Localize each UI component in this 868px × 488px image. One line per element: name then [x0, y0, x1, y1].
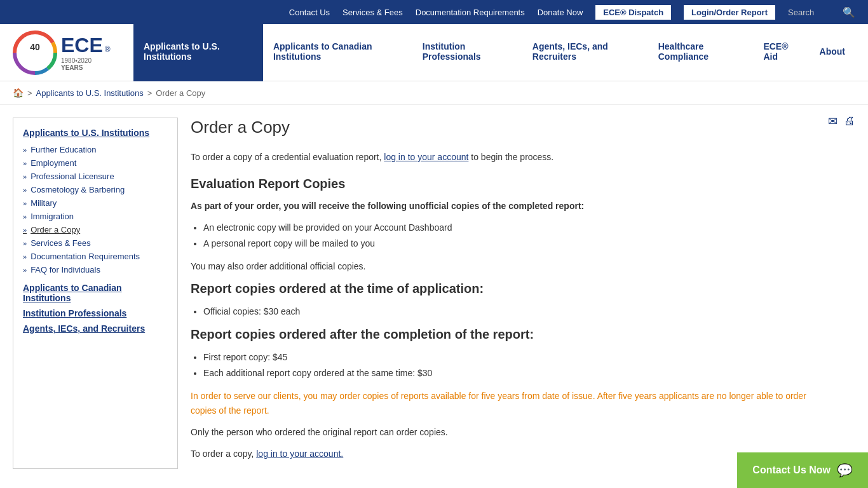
orange-paragraph: In order to serve our clients, you may o…	[191, 389, 817, 417]
chat-icon: 💬	[837, 463, 853, 478]
home-icon[interactable]: 🏠	[13, 88, 24, 98]
list-after-completion: First report copy: $45 Each additional r…	[203, 349, 817, 381]
svg-text:40: 40	[30, 41, 40, 51]
sidebar-item-faq[interactable]: » FAQ for Individuals	[23, 263, 168, 276]
search-icon[interactable]: 🔍	[843, 6, 855, 18]
bold-paragraph: As part of your order, you will receive …	[191, 199, 817, 213]
contact-now-button[interactable]: Contact Us Now 💬	[737, 452, 868, 482]
search-area: 🔍	[788, 6, 855, 18]
nav-agents[interactable]: Agents, IECs, and Recruiters	[522, 24, 648, 81]
breadcrumb-separator1: >	[27, 88, 32, 98]
sidebar-section-us-institutions[interactable]: Applicants to U.S. Institutions	[23, 128, 168, 138]
logo-years: 1980•2020	[61, 57, 111, 64]
list-item: First report copy: $45	[203, 349, 817, 365]
sidebar-item-services-fees[interactable]: » Services & Fees	[23, 236, 168, 250]
sidebar-item-employment[interactable]: » Employment	[23, 156, 168, 170]
ece-logo-text: ECE	[61, 34, 103, 57]
ece-dispatch-button[interactable]: ECE® Dispatch	[595, 5, 671, 20]
list-item: A personal report copy will be mailed to…	[203, 236, 817, 252]
only-person-paragraph: Only the person who ordered the original…	[191, 425, 817, 439]
chevron-icon: »	[23, 159, 27, 167]
nav-healthcare[interactable]: Healthcare Compliance	[648, 24, 754, 81]
nav-institution-professionals[interactable]: Institution Professionals	[412, 24, 522, 81]
chevron-icon: »	[23, 200, 27, 207]
main-nav: Applicants to U.S. Institutions Applican…	[133, 24, 855, 81]
sidebar-item-professional-licensure[interactable]: » Professional Licensure	[23, 170, 168, 183]
search-input[interactable]	[788, 8, 839, 17]
breadcrumb-separator2: >	[147, 88, 153, 98]
nav-applicants-canadian[interactable]: Applicants to Canadian Institutions	[263, 24, 412, 81]
topbar-services-link[interactable]: Services & Fees	[342, 8, 403, 17]
registered-mark: ®	[105, 45, 111, 54]
breadcrumb-us-institutions[interactable]: Applicants to U.S. Institutions	[36, 88, 144, 98]
section2-heading: Report copies ordered at the time of app…	[191, 281, 817, 296]
main-content: Order a Copy To order a copy of a creden…	[191, 118, 855, 469]
to-order-paragraph: To order a copy, log in to your account.	[191, 447, 817, 461]
sidebar-item-order-copy[interactable]: » Order a Copy	[23, 223, 168, 236]
sidebar-item-immigration[interactable]: » Immigration	[23, 210, 168, 223]
chevron-icon: »	[23, 266, 27, 274]
email-icon[interactable]: ✉	[828, 114, 837, 128]
list-item: Each additional report copy ordered at t…	[203, 365, 817, 381]
logo-years-label: YEARS	[61, 64, 111, 71]
topbar-donate-link[interactable]: Donate Now	[538, 8, 583, 17]
topbar-documentation-link[interactable]: Documentation Requirements	[416, 8, 525, 17]
sidebar-item-documentation[interactable]: » Documentation Requirements	[23, 250, 168, 263]
chevron-icon: »	[23, 253, 27, 261]
sidebar-item-further-education[interactable]: » Further Education	[23, 143, 168, 156]
logo: 40 ECE ® 1980•2020 YEARS	[13, 30, 111, 75]
topbar-contact-link[interactable]: Contact Us	[289, 8, 330, 17]
nav-applicants-us[interactable]: Applicants to U.S. Institutions	[133, 24, 263, 81]
list-copies: An electronic copy will be provided on y…	[203, 220, 817, 252]
breadcrumb-current: Order a Copy	[156, 88, 205, 98]
print-icon[interactable]: 🖨	[844, 114, 855, 128]
list-item: An electronic copy will be provided on y…	[203, 220, 817, 236]
sidebar-section-agents[interactable]: Agents, IECs, and Recruiters	[23, 323, 168, 334]
page-container: ✉ 🖨 Applicants to U.S. Institutions » Fu…	[0, 105, 868, 482]
chevron-icon: »	[23, 213, 27, 220]
sidebar: Applicants to U.S. Institutions » Furthe…	[13, 118, 178, 469]
official-note: You may also order additional official c…	[191, 259, 817, 273]
intro-paragraph: To order a copy of a credential evaluati…	[191, 150, 817, 164]
section3-heading: Report copies ordered after the completi…	[191, 327, 817, 342]
list-time-of-application: Official copies: $30 each	[203, 304, 817, 320]
sidebar-section-institution[interactable]: Institution Professionals	[23, 308, 168, 318]
nav-about[interactable]: About	[810, 24, 855, 81]
chevron-icon: »	[23, 186, 27, 194]
top-bar: Contact Us Services & Fees Documentation…	[0, 0, 868, 24]
chevron-icon: »	[23, 226, 27, 234]
page-title: Order a Copy	[191, 118, 817, 137]
logo-circle-icon: 40	[13, 30, 57, 75]
login-link[interactable]: log in to your account	[384, 152, 468, 162]
sidebar-section-canadian[interactable]: Applicants to Canadian Institutions	[23, 283, 168, 303]
header: 40 ECE ® 1980•2020 YEARS Applicants to U…	[0, 24, 868, 81]
breadcrumb: 🏠 > Applicants to U.S. Institutions > Or…	[0, 81, 868, 105]
chevron-icon: »	[23, 240, 27, 247]
section1-heading: Evaluation Report Copies	[191, 177, 817, 191]
login-order-button[interactable]: Login/Order Report	[684, 5, 775, 20]
nav-ece-aid[interactable]: ECE® Aid	[753, 24, 809, 81]
list-item: Official copies: $30 each	[203, 304, 817, 320]
sidebar-item-military[interactable]: » Military	[23, 196, 168, 210]
page-tools: ✉ 🖨	[828, 114, 855, 128]
chevron-icon: »	[23, 173, 27, 180]
chevron-icon: »	[23, 146, 27, 154]
login-link-2[interactable]: log in to your account.	[256, 449, 343, 459]
sidebar-item-cosmetology[interactable]: » Cosmetology & Barbering	[23, 183, 168, 196]
logo-area: 40 ECE ® 1980•2020 YEARS	[13, 30, 114, 75]
